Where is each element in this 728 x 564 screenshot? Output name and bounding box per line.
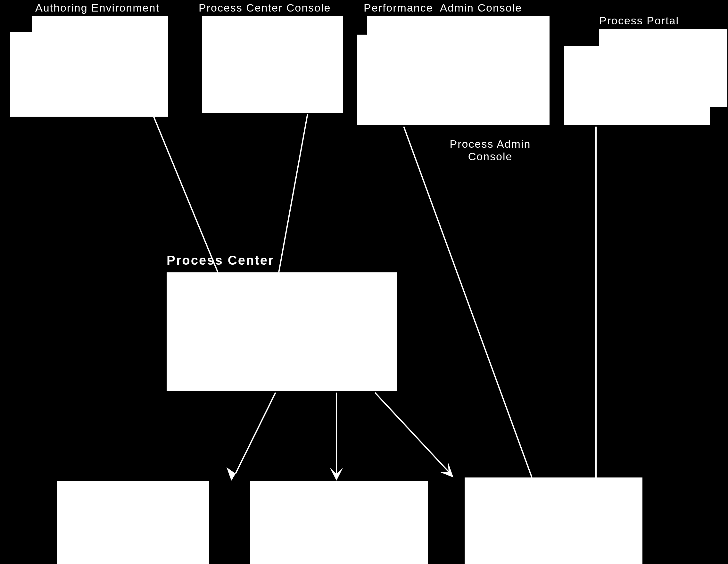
authoring-environment-box (32, 16, 168, 32)
authoring-environment-box-body (10, 32, 168, 117)
arrow-pc-to-b3-head (439, 462, 453, 477)
process-admin-console-label: Process Admin Console (423, 138, 558, 163)
arrow-pc-to-b1-head (227, 467, 239, 481)
process-center-console-label: Process Center Console (199, 2, 331, 14)
line-authoring-to-pc (154, 117, 218, 272)
bottom-box-3 (465, 477, 642, 564)
arrow-pc-to-b3-line (375, 393, 449, 472)
authoring-environment-label: Authoring Environment (35, 2, 160, 14)
performance-admin-console-box (367, 16, 550, 35)
performance-admin-console-label: Performance Admin Console (364, 2, 522, 14)
process-center-box (167, 272, 397, 391)
process-center-console-box-body (202, 35, 343, 113)
performance-admin-console-box-body (357, 35, 550, 125)
arrow-pc-to-b2-head (330, 468, 343, 481)
arrow-pc-to-b1-line (236, 393, 276, 474)
process-center-console-box (202, 16, 343, 35)
bottom-box-2 (250, 481, 428, 564)
line-perfadmin-diag (404, 127, 532, 477)
line-pcc-to-pc (279, 114, 308, 272)
bottom-box-1 (57, 481, 209, 564)
process-portal-box-mid (564, 46, 727, 107)
process-center-heading: Process Center (167, 253, 274, 268)
process-portal-box (599, 29, 727, 46)
process-portal-box-bottom (564, 106, 710, 125)
process-portal-label: Process Portal (599, 14, 679, 27)
